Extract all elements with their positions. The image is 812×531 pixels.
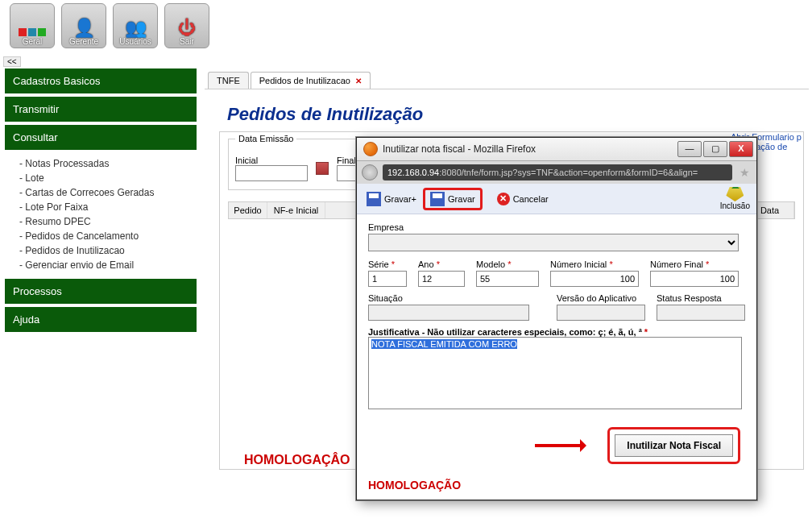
firefox-icon: [363, 142, 378, 156]
num-ini-input[interactable]: [550, 271, 639, 287]
status-label: Status Resposta: [657, 293, 745, 303]
modelo-label: Modelo *: [476, 259, 539, 269]
versao-input: [557, 305, 645, 321]
save-plus-icon: [367, 192, 381, 206]
sidebar-sub-notas[interactable]: - Notas Processadas: [19, 156, 197, 171]
globe-icon: [362, 164, 378, 180]
window-maximize-button[interactable]: ▢: [703, 141, 727, 157]
cancelar-label: Cancelar: [513, 194, 549, 204]
toolbar-usuarios-button[interactable]: 👥 Usuários: [113, 3, 158, 48]
toolbar-gerente-button[interactable]: 👤 Gerente: [61, 3, 106, 48]
toolbar-gerente-label: Gerente: [69, 37, 98, 46]
popup-window: Inutilizar nota fiscal - Mozilla Firefox…: [356, 137, 757, 500]
sidebar-sub-resumo[interactable]: - Resumo DPEC: [19, 214, 197, 229]
sidebar-item-cadastros[interactable]: Cadastros Basicos: [5, 68, 197, 93]
data-emissao-legend: Data Emissão: [235, 134, 296, 143]
gravar-plus-label: Gravar+: [384, 194, 416, 204]
col-nfe-inicial: NF-e Inicial: [267, 202, 325, 218]
url-display[interactable]: 192.168.0.94:8080/tnfe/form.jsp?sys=TNF&…: [383, 164, 732, 180]
sidebar-sub-cancelamento[interactable]: - Pedidos de Cancelamento: [19, 229, 197, 243]
status-input: [657, 305, 745, 321]
num-fin-input[interactable]: [650, 271, 739, 287]
top-toolbar: Geral 👤 Gerente 👥 Usuários ⏻ Sair: [0, 0, 812, 52]
empresa-select[interactable]: [368, 234, 739, 251]
inicial-input[interactable]: [235, 165, 308, 181]
arrow-annotation: [535, 444, 583, 447]
sidebar-sub-lote[interactable]: - Lote: [19, 171, 197, 185]
sidebar-sub-lotefaixa[interactable]: - Lote Por Faixa: [19, 200, 197, 214]
situacao-input: [368, 305, 529, 321]
justificativa-text: NOTA FISCAL EMITIDA COM ERRO: [371, 339, 517, 349]
num-fin-label: Número Final *: [650, 259, 739, 269]
empresa-label: Empresa: [368, 222, 739, 232]
inutilizar-button[interactable]: Inutilizar Nota Fiscal: [615, 434, 733, 457]
cancelar-button[interactable]: ✕ Cancelar: [494, 191, 552, 207]
calendar-icon[interactable]: [316, 162, 329, 175]
sidebar-submenu-consultar: - Notas Processadas - Lote - Cartas de C…: [5, 153, 197, 279]
sidebar-sub-cartas[interactable]: - Cartas de Correcoes Geradas: [19, 185, 197, 200]
tab-bar: TNFE Pedidos de Inutilizacao ✕: [205, 72, 809, 89]
popup-titlebar[interactable]: Inutilizar nota fiscal - Mozilla Firefox…: [357, 138, 756, 161]
ano-label: Ano *: [418, 259, 465, 269]
versao-label: Versão do Aplicativo: [557, 293, 645, 303]
window-minimize-button[interactable]: —: [677, 141, 702, 157]
popup-body: Empresa Série * Ano * Modelo * Número In…: [357, 214, 756, 475]
sidebar-sub-inutilizacao[interactable]: - Pedidos de Inutilizacao: [19, 243, 197, 258]
url-host: 192.168.0.94: [387, 168, 439, 177]
serie-label: Série *: [368, 259, 407, 269]
inclusao-icon: [726, 187, 744, 201]
tab-tnfe-label: TNFE: [217, 76, 240, 85]
popup-homolog-label: HOMOLOGAÇÃO: [357, 475, 756, 500]
toolbar-sair-button[interactable]: ⏻ Sair: [164, 3, 209, 48]
justificativa-input[interactable]: NOTA FISCAL EMITIDA COM ERRO: [368, 337, 742, 409]
homolog-label: HOMOLOGAÇÂO: [244, 453, 350, 467]
gravar-highlight: Gravar: [423, 188, 483, 210]
tab-tnfe[interactable]: TNFE: [208, 72, 249, 89]
sidebar-item-consultar[interactable]: Consultar: [5, 125, 197, 150]
power-icon: ⏻: [178, 19, 196, 37]
justificativa-label: Justificativa - Não utilizar caracteres …: [368, 327, 745, 337]
cancel-icon: ✕: [497, 193, 510, 205]
inicial-label: Inicial: [235, 156, 308, 165]
manager-icon: 👤: [73, 19, 95, 37]
sidebar-item-ajuda[interactable]: Ajuda: [5, 307, 197, 332]
popup-toolbar: Gravar+ Gravar ✕ Cancelar Inclusão: [357, 184, 756, 214]
serie-input[interactable]: [368, 271, 407, 287]
modelo-input[interactable]: [476, 271, 539, 287]
col-pedido: Pedido: [229, 202, 267, 218]
inutilizar-highlight: Inutilizar Nota Fiscal: [607, 427, 740, 464]
tab-pedidos[interactable]: Pedidos de Inutilizacao ✕: [251, 72, 371, 89]
sidebar: Cadastros Basicos Transmitir Consultar -…: [0, 68, 201, 470]
toolbar-sair-label: Sair: [180, 37, 194, 46]
sidebar-sub-email[interactable]: - Gerenciar envio de Email: [19, 258, 197, 272]
num-ini-label: Número Inicial *: [550, 259, 639, 269]
toolbar-usuarios-label: Usuários: [119, 37, 151, 46]
url-rest: :8080/tnfe/form.jsp?sys=TNF&action=openf…: [439, 168, 698, 177]
tab-pedidos-label: Pedidos de Inutilizacao: [259, 76, 350, 85]
page-title: Pedidos de Inutilização: [227, 104, 809, 125]
sidebar-item-processos[interactable]: Processos: [5, 279, 197, 304]
tab-close-icon[interactable]: ✕: [355, 77, 362, 85]
address-bar: 192.168.0.94:8080/tnfe/form.jsp?sys=TNF&…: [357, 161, 756, 184]
cubes-icon: [18, 27, 47, 37]
popup-title: Inutilizar nota fiscal - Mozilla Firefox: [383, 143, 673, 155]
gravar-button[interactable]: Gravar: [427, 190, 478, 208]
window-close-button[interactable]: X: [729, 141, 753, 157]
gravar-plus-button[interactable]: Gravar+: [363, 190, 420, 208]
user-gear-icon: 👥: [125, 19, 147, 37]
inclusao-button[interactable]: Inclusão: [720, 187, 750, 210]
gravar-label: Gravar: [448, 194, 475, 204]
sidebar-item-transmitir[interactable]: Transmitir: [5, 97, 197, 122]
inclusao-label: Inclusão: [720, 201, 750, 210]
toolbar-geral-label: Geral: [23, 37, 42, 46]
bookmark-star-icon[interactable]: ★: [737, 165, 752, 180]
ano-input[interactable]: [418, 271, 465, 287]
situacao-label: Situação: [368, 293, 529, 303]
collapse-sidebar-button[interactable]: <<: [3, 56, 21, 67]
save-icon: [430, 192, 445, 206]
toolbar-geral-button[interactable]: Geral: [10, 3, 55, 48]
